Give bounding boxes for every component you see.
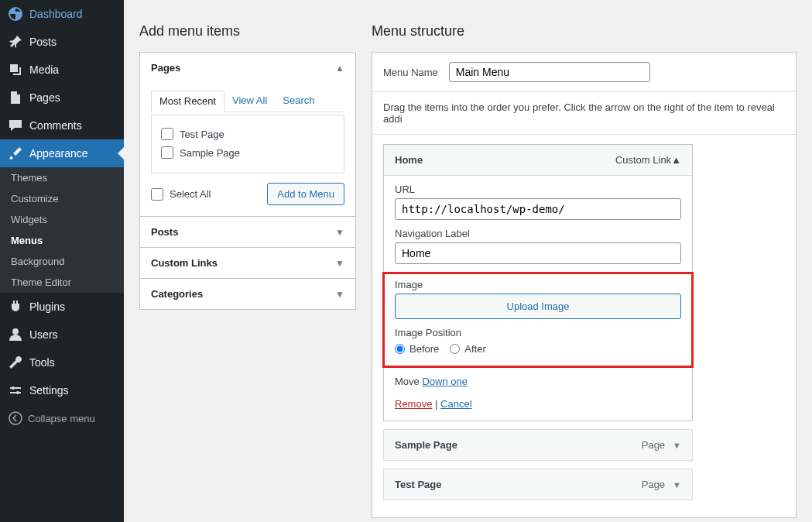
sidebar-item-media[interactable]: Media: [0, 56, 124, 84]
add-items-accordion: Pages ▲ Most Recent View All Search Test…: [139, 52, 356, 310]
admin-sidebar: Dashboard Posts Media Pages Comments App…: [0, 0, 124, 522]
add-to-menu-button[interactable]: Add to Menu: [267, 183, 344, 205]
sidebar-item-tools[interactable]: Tools: [0, 349, 124, 376]
brush-icon: [8, 146, 23, 161]
accordion-label: Custom Links: [151, 257, 218, 269]
page-icon: [8, 90, 23, 105]
media-icon: [8, 62, 23, 77]
menu-structure-panel: Menu Name Drag the items into the order …: [372, 52, 797, 518]
user-icon: [8, 327, 23, 342]
sidebar-label: Dashboard: [29, 8, 83, 20]
remove-link[interactable]: Remove: [395, 398, 432, 410]
collapse-menu[interactable]: Collapse menu: [0, 404, 124, 432]
sidebar-item-comments[interactable]: Comments: [0, 112, 124, 139]
chevron-down-icon: ▼: [335, 227, 344, 238]
submenu-item-menus[interactable]: Menus: [0, 230, 124, 251]
tab-view-all[interactable]: View All: [224, 91, 275, 112]
plug-icon: [8, 299, 23, 314]
sidebar-item-dashboard[interactable]: Dashboard: [0, 0, 124, 28]
collapse-icon: [8, 410, 23, 426]
add-items-title: Add menu items: [139, 23, 356, 39]
select-all-checkbox[interactable]: [151, 188, 163, 201]
position-before-radio[interactable]: [395, 344, 405, 354]
svg-point-4: [9, 412, 22, 424]
sidebar-label: Plugins: [29, 300, 65, 313]
submenu-item-theme-editor[interactable]: Theme Editor: [0, 272, 124, 293]
image-position-label: Image Position: [395, 327, 681, 338]
page-checkbox-sample[interactable]: [161, 146, 173, 159]
move-label: Move: [395, 376, 420, 387]
submenu-item-customize[interactable]: Customize: [0, 188, 124, 209]
tools-icon: [8, 355, 23, 370]
navigation-input[interactable]: [395, 242, 681, 264]
before-label: Before: [409, 343, 439, 355]
pages-tabs: Most Recent View All Search: [151, 91, 344, 112]
accordion-label: Posts: [151, 226, 178, 238]
menu-item-handle[interactable]: Home Custom Link▲: [384, 145, 692, 176]
image-label: Image: [395, 279, 681, 290]
svg-point-1: [12, 328, 19, 335]
page-item-label: Sample Page: [180, 147, 240, 159]
chevron-down-icon: ▼: [673, 480, 681, 489]
sidebar-label: Tools: [29, 356, 55, 369]
chevron-up-icon: ▲: [671, 154, 681, 166]
svg-point-0: [12, 67, 15, 70]
menu-item-home: Home Custom Link▲ URL Navigation Label: [383, 144, 693, 421]
chevron-down-icon: ▼: [335, 289, 344, 300]
chevron-up-icon: ▲: [335, 63, 344, 74]
collapse-label: Collapse menu: [28, 413, 95, 424]
menu-item-title: Home: [395, 154, 423, 166]
menu-name-input[interactable]: [449, 62, 650, 82]
submenu-item-themes[interactable]: Themes: [0, 167, 124, 188]
dashboard-icon: [8, 6, 23, 22]
accordion-header-pages[interactable]: Pages ▲: [140, 53, 355, 83]
move-row: Move Down one: [395, 376, 681, 387]
menu-name-label: Menu Name: [383, 67, 438, 78]
sidebar-item-settings[interactable]: Settings: [0, 376, 124, 404]
page-checkbox-test[interactable]: [161, 128, 173, 140]
chevron-down-icon: ▼: [335, 258, 344, 269]
comment-icon: [8, 118, 23, 133]
sidebar-label: Users: [29, 328, 58, 341]
tab-search[interactable]: Search: [275, 91, 322, 112]
menu-item-type: Page▼: [642, 479, 681, 490]
accordion-header-categories[interactable]: Categories ▼: [140, 279, 355, 309]
menu-structure-title: Menu structure: [372, 23, 797, 39]
url-input[interactable]: [395, 198, 681, 220]
sidebar-label: Appearance: [29, 147, 88, 160]
upload-image-button[interactable]: Upload Image: [395, 294, 681, 319]
sidebar-item-users[interactable]: Users: [0, 321, 124, 349]
position-after-radio[interactable]: [450, 344, 460, 354]
sidebar-item-plugins[interactable]: Plugins: [0, 293, 124, 321]
sidebar-label: Pages: [29, 91, 60, 104]
svg-point-2: [12, 386, 15, 390]
sidebar-label: Media: [29, 64, 59, 76]
after-label: After: [464, 343, 485, 355]
accordion-header-posts[interactable]: Posts ▼: [140, 217, 355, 247]
accordion-header-custom-links[interactable]: Custom Links ▼: [140, 248, 355, 278]
submenu-item-widgets[interactable]: Widgets: [0, 209, 124, 230]
sidebar-item-posts[interactable]: Posts: [0, 28, 124, 56]
sidebar-label: Comments: [29, 119, 82, 132]
menu-item-test-page[interactable]: Test Page Page▼: [383, 469, 693, 500]
image-highlight-box: Image Upload Image Image Position Before…: [382, 272, 694, 368]
helper-text: Drag the items into the order you prefer…: [372, 92, 796, 135]
chevron-down-icon: ▼: [673, 441, 681, 450]
tab-most-recent[interactable]: Most Recent: [151, 91, 224, 112]
select-all-label: Select All: [170, 188, 211, 200]
accordion-label: Categories: [151, 288, 203, 300]
cancel-link[interactable]: Cancel: [440, 398, 471, 410]
page-list: Test Page Sample Page: [151, 115, 344, 173]
menu-item-title: Sample Page: [395, 439, 457, 451]
sidebar-item-pages[interactable]: Pages: [0, 84, 124, 112]
move-down-link[interactable]: Down one: [422, 376, 468, 387]
pin-icon: [8, 34, 23, 50]
separator: |: [435, 398, 440, 410]
accordion-label: Pages: [151, 62, 180, 74]
menu-item-title: Test Page: [395, 479, 441, 490]
sidebar-item-appearance[interactable]: Appearance: [0, 139, 124, 167]
sidebar-submenu: Themes Customize Widgets Menus Backgroun…: [0, 167, 124, 293]
url-label: URL: [395, 184, 681, 195]
submenu-item-background[interactable]: Background: [0, 251, 124, 272]
menu-item-sample-page[interactable]: Sample Page Page▼: [383, 429, 693, 461]
